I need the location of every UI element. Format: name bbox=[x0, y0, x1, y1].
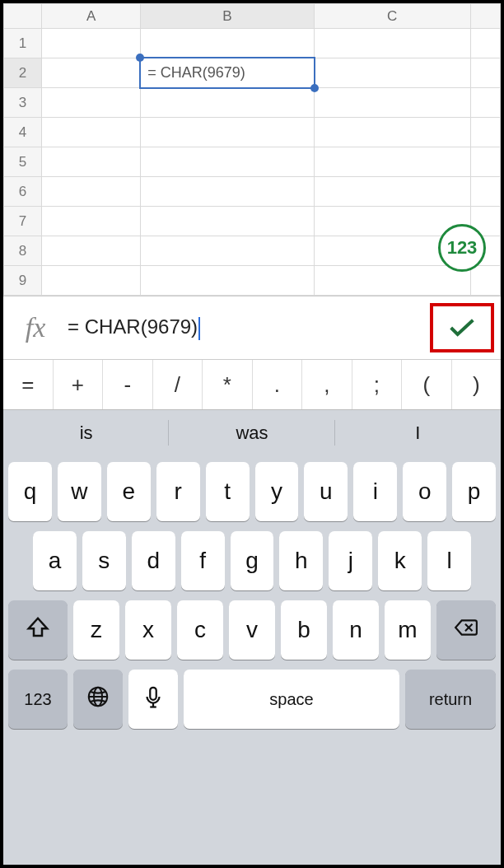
suggestion-1[interactable]: is bbox=[3, 410, 169, 455]
col-header-d[interactable] bbox=[470, 4, 500, 29]
row-header-9[interactable]: 9 bbox=[4, 266, 42, 296]
cell-a9[interactable] bbox=[42, 266, 141, 296]
cell-c5[interactable] bbox=[314, 147, 470, 177]
key-j[interactable]: j bbox=[329, 531, 372, 590]
cell-d2[interactable] bbox=[470, 58, 500, 88]
grid-corner[interactable] bbox=[4, 4, 42, 29]
cell-a1[interactable] bbox=[42, 29, 141, 58]
key-l[interactable]: l bbox=[427, 531, 471, 590]
row-header-8[interactable]: 8 bbox=[4, 236, 42, 266]
formula-input[interactable]: = CHAR(9679) bbox=[68, 315, 430, 340]
row-header-7[interactable]: 7 bbox=[4, 207, 42, 236]
cell-a6[interactable] bbox=[42, 177, 141, 207]
op-slash[interactable]: / bbox=[153, 360, 203, 409]
cell-b1[interactable] bbox=[141, 29, 314, 58]
confirm-button[interactable] bbox=[430, 303, 494, 352]
suggestion-2[interactable]: was bbox=[169, 410, 334, 455]
cell-b3[interactable] bbox=[141, 88, 314, 118]
cell-b5[interactable] bbox=[141, 147, 314, 177]
key-z[interactable]: z bbox=[73, 600, 119, 660]
cell-d1[interactable] bbox=[470, 29, 500, 58]
cell-d6[interactable] bbox=[470, 177, 500, 207]
cell-c2[interactable] bbox=[314, 58, 470, 88]
cell-a4[interactable] bbox=[42, 118, 141, 147]
cell-d4[interactable] bbox=[470, 118, 500, 147]
cell-a2[interactable] bbox=[42, 58, 141, 88]
key-s[interactable]: s bbox=[82, 531, 126, 590]
cell-b7[interactable] bbox=[141, 207, 314, 236]
cell-d9[interactable] bbox=[470, 266, 500, 296]
op-comma[interactable]: , bbox=[302, 360, 352, 409]
key-v[interactable]: v bbox=[229, 600, 275, 660]
row-header-1[interactable]: 1 bbox=[4, 29, 42, 58]
key-u[interactable]: u bbox=[304, 462, 348, 521]
key-123[interactable]: 123 bbox=[8, 670, 68, 729]
row-header-6[interactable]: 6 bbox=[4, 177, 42, 207]
key-a[interactable]: a bbox=[33, 531, 77, 590]
cell-c3[interactable] bbox=[314, 88, 470, 118]
key-p[interactable]: p bbox=[452, 462, 496, 521]
cell-c9[interactable] bbox=[314, 266, 470, 296]
key-i[interactable]: i bbox=[353, 462, 397, 521]
key-space[interactable]: space bbox=[184, 670, 399, 729]
key-f[interactable]: f bbox=[181, 531, 225, 590]
globe-icon bbox=[86, 684, 110, 715]
op-dot[interactable]: . bbox=[253, 360, 303, 409]
cell-a7[interactable] bbox=[42, 207, 141, 236]
col-header-a[interactable]: A bbox=[42, 4, 141, 29]
cell-b6[interactable] bbox=[141, 177, 314, 207]
row-header-4[interactable]: 4 bbox=[4, 118, 42, 147]
op-rparen[interactable]: ) bbox=[452, 360, 502, 409]
col-header-c[interactable]: C bbox=[314, 4, 470, 29]
key-q[interactable]: q bbox=[8, 462, 52, 521]
key-b[interactable]: b bbox=[281, 600, 327, 660]
cell-c6[interactable] bbox=[314, 177, 470, 207]
cell-d3[interactable] bbox=[470, 88, 500, 118]
op-lparen[interactable]: ( bbox=[402, 360, 452, 409]
key-w[interactable]: w bbox=[58, 462, 101, 521]
key-shift[interactable] bbox=[8, 600, 68, 660]
spreadsheet-grid[interactable]: A B C 1 2 = CHAR(9679) 3 bbox=[3, 3, 501, 296]
key-return[interactable]: return bbox=[405, 670, 496, 729]
cell-c4[interactable] bbox=[314, 118, 470, 147]
key-g[interactable]: g bbox=[231, 531, 274, 590]
key-backspace[interactable] bbox=[436, 600, 496, 660]
key-h[interactable]: h bbox=[279, 531, 323, 590]
op-semicolon[interactable]: ; bbox=[352, 360, 403, 409]
cell-b2[interactable]: = CHAR(9679) bbox=[141, 58, 314, 88]
key-d[interactable]: d bbox=[132, 531, 175, 590]
cell-a8[interactable] bbox=[42, 236, 141, 266]
cell-a3[interactable] bbox=[42, 88, 141, 118]
key-x[interactable]: x bbox=[125, 600, 171, 660]
numeric-keyboard-toggle[interactable]: 123 bbox=[438, 224, 486, 272]
key-y[interactable]: y bbox=[255, 462, 299, 521]
row-header-5[interactable]: 5 bbox=[4, 147, 42, 177]
key-c[interactable]: c bbox=[177, 600, 223, 660]
key-mic[interactable] bbox=[128, 670, 178, 729]
key-n[interactable]: n bbox=[333, 600, 379, 660]
key-t[interactable]: t bbox=[206, 462, 250, 521]
fx-label: fx bbox=[3, 312, 68, 343]
cell-b4[interactable] bbox=[141, 118, 314, 147]
op-star[interactable]: * bbox=[203, 360, 253, 409]
suggestion-3[interactable]: I bbox=[335, 410, 501, 455]
key-k[interactable]: k bbox=[378, 531, 422, 590]
key-m[interactable]: m bbox=[385, 600, 431, 660]
op-minus[interactable]: - bbox=[103, 360, 153, 409]
spreadsheet-area: A B C 1 2 = CHAR(9679) 3 bbox=[3, 3, 501, 296]
row-header-2[interactable]: 2 bbox=[4, 58, 42, 88]
cell-a5[interactable] bbox=[42, 147, 141, 177]
row-header-3[interactable]: 3 bbox=[4, 88, 42, 118]
key-o[interactable]: o bbox=[403, 462, 446, 521]
cell-b8[interactable] bbox=[141, 236, 314, 266]
cell-b2-value: = CHAR(9679) bbox=[147, 64, 245, 81]
key-e[interactable]: e bbox=[107, 462, 151, 521]
op-plus[interactable]: + bbox=[54, 360, 104, 409]
key-globe[interactable] bbox=[73, 670, 123, 729]
key-r[interactable]: r bbox=[156, 462, 200, 521]
cell-b9[interactable] bbox=[141, 266, 314, 296]
col-header-b[interactable]: B bbox=[141, 4, 314, 29]
op-equals[interactable]: = bbox=[3, 360, 54, 409]
cell-d5[interactable] bbox=[470, 147, 500, 177]
cell-c1[interactable] bbox=[314, 29, 470, 58]
